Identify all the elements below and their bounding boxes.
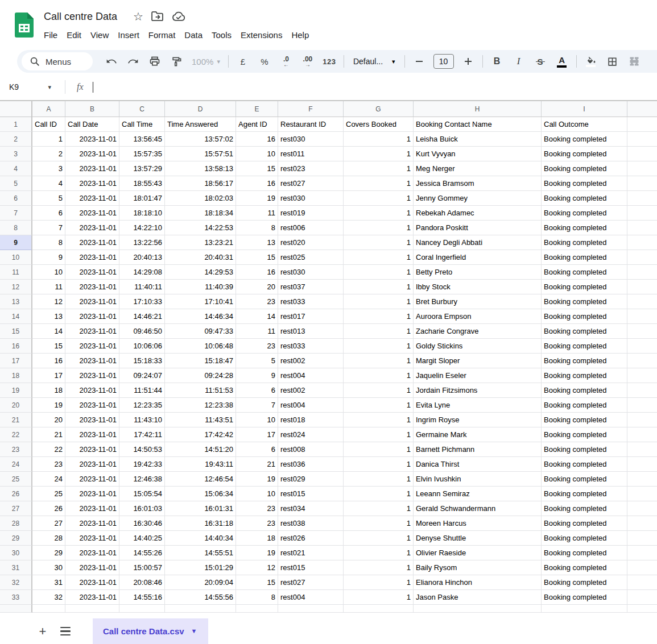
cell[interactable]: 16:31:18 [165,516,236,531]
cell[interactable] [627,280,657,294]
cell[interactable]: 12:23:38 [165,398,236,413]
cell[interactable] [236,605,278,613]
cell[interactable]: Germaine Mark [414,427,542,442]
cell[interactable]: 28 [32,531,65,546]
menu-format[interactable]: Format [144,28,180,41]
menus-search-button[interactable]: Menus [22,52,93,70]
cloud-saved-icon[interactable] [172,11,185,22]
bold-button[interactable]: B [486,52,508,70]
row-header-25[interactable]: 25 [0,472,32,487]
cell[interactable]: 2023-11-01 [65,398,119,413]
cell[interactable]: Meg Nerger [414,161,542,176]
cell[interactable]: 1 [344,560,414,575]
cell[interactable]: Booking completed [542,516,627,531]
cell[interactable]: 11:51:53 [165,383,236,398]
row-header-6[interactable]: 6 [0,191,32,206]
column-header-H[interactable]: H [414,101,542,117]
font-size-input[interactable]: 10 [433,54,454,69]
cell[interactable]: 2023-11-01 [65,590,119,605]
cell[interactable] [627,147,657,161]
cell[interactable]: Baily Rysom [414,560,542,575]
cell[interactable]: 1 [344,324,414,339]
cell[interactable]: 30 [32,560,65,575]
cell[interactable]: rest018 [278,413,344,427]
cell[interactable]: Booking completed [542,575,627,590]
cell[interactable]: rest023 [278,161,344,176]
cell[interactable]: rest030 [278,265,344,280]
cell[interactable]: 8 [236,221,278,235]
document-title[interactable]: Call centre Data [44,11,125,23]
row-header-11[interactable]: 11 [0,265,32,280]
menu-view[interactable]: View [86,28,113,41]
cell[interactable]: Restaurant ID [278,117,344,132]
cell[interactable]: 15:01:29 [165,560,236,575]
cell[interactable]: Booking completed [542,487,627,501]
cell[interactable]: 14:29:08 [119,265,165,280]
merge-cells-button[interactable] [623,52,645,70]
cell[interactable]: rest025 [278,250,344,265]
cell[interactable]: Booking completed [542,501,627,516]
currency-format-button[interactable]: £ [232,52,254,70]
cell[interactable]: 14 [236,309,278,324]
row-header-2[interactable]: 2 [0,132,32,147]
cell[interactable]: rest004 [278,590,344,605]
cell[interactable] [627,206,657,221]
cell[interactable] [32,605,65,613]
cell[interactable]: 5 [236,354,278,368]
cell[interactable]: Jessica Bramsom [414,176,542,191]
cell[interactable]: Booking completed [542,383,627,398]
cell[interactable]: 17:10:33 [119,294,165,309]
cell[interactable]: 15:57:35 [119,147,165,161]
cell[interactable] [627,161,657,176]
cell[interactable]: 31 [32,575,65,590]
cell[interactable]: Booking completed [542,250,627,265]
cell[interactable]: 5 [32,191,65,206]
column-header-C[interactable]: C [119,101,165,117]
column-header-D[interactable]: D [165,101,236,117]
row-header-20[interactable]: 20 [0,398,32,413]
percent-format-button[interactable]: % [254,52,275,70]
cell[interactable]: 14:51:20 [165,442,236,457]
cell[interactable]: 23 [236,501,278,516]
paint-format-icon[interactable] [166,52,187,70]
cell[interactable]: Betty Preto [414,265,542,280]
cell[interactable]: rest006 [278,221,344,235]
menu-insert[interactable]: Insert [113,28,144,41]
cell[interactable] [627,324,657,339]
cell[interactable]: 1 [344,427,414,442]
cell[interactable]: 09:24:07 [119,368,165,383]
cell[interactable]: 18:01:47 [119,191,165,206]
fill-color-button[interactable] [580,52,602,70]
cell[interactable]: 21 [236,457,278,472]
cell[interactable]: 2023-11-01 [65,324,119,339]
cell[interactable] [627,516,657,531]
cell[interactable]: 15 [236,575,278,590]
cell[interactable]: 2023-11-01 [65,501,119,516]
cell[interactable]: Jordain Fitzsimons [414,383,542,398]
cell[interactable]: Ibby Stock [414,280,542,294]
cell[interactable]: 1 [344,339,414,354]
cell[interactable]: 1 [344,206,414,221]
cell[interactable]: 13:56:45 [119,132,165,147]
cell[interactable]: 23 [32,457,65,472]
cell[interactable]: Coral Ingerfield [414,250,542,265]
cell[interactable]: 1 [32,132,65,147]
cell[interactable] [627,132,657,147]
cell[interactable]: rest026 [278,531,344,546]
cell[interactable] [627,265,657,280]
cell[interactable]: 10 [236,413,278,427]
text-color-button[interactable]: A [551,52,573,70]
cell[interactable]: 20:40:13 [119,250,165,265]
row-header-19[interactable]: 19 [0,383,32,398]
cell[interactable] [627,117,657,132]
cell[interactable]: Booking completed [542,235,627,250]
cell[interactable]: Auroora Empson [414,309,542,324]
cell[interactable]: 1 [344,161,414,176]
cell[interactable]: 1 [344,235,414,250]
cell[interactable]: 1 [344,383,414,398]
borders-button[interactable] [602,52,623,70]
cell[interactable]: 23 [236,516,278,531]
cell[interactable]: 15:57:51 [165,147,236,161]
cell[interactable]: rest004 [278,368,344,383]
cell[interactable]: 13 [32,309,65,324]
